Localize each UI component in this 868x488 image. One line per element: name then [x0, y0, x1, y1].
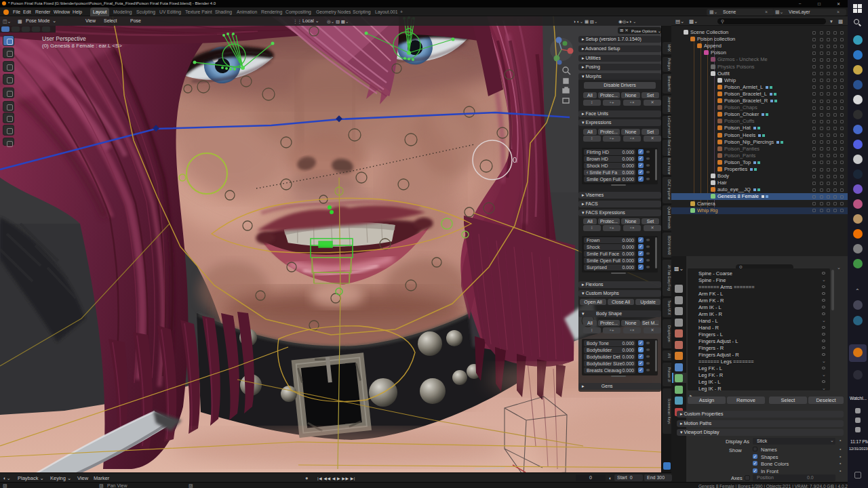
- svg-text:0: 0: [513, 156, 517, 164]
